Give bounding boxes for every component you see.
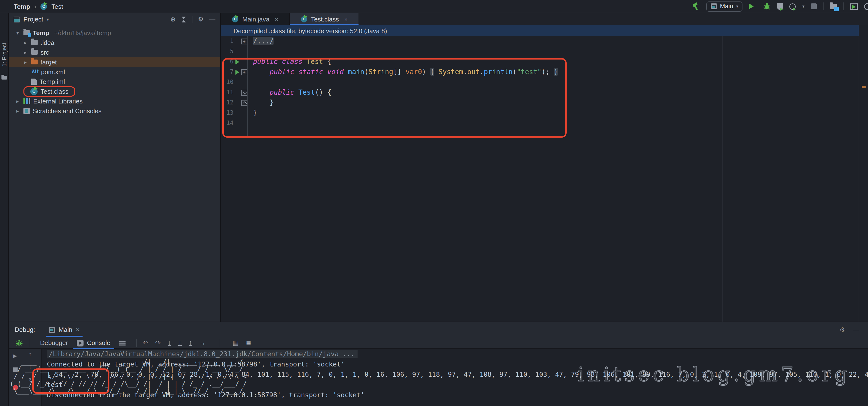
scratches-icon — [24, 108, 30, 114]
step-into-icon[interactable]: ↓ — [168, 340, 171, 346]
console-line-1[interactable]: /Library/Java/JavaVirtualMachines/jdk1.8… — [47, 349, 868, 359]
evaluate-expression-icon[interactable]: ▦ — [232, 339, 239, 346]
hide-panel-icon[interactable]: — — [853, 326, 859, 333]
title-bar: Temp › Test Main ▾ — [0, 0, 868, 13]
debug-view-tabs: Debugger Console ↶ ↷ ↓ ↓ ↑ → ▦ ≣ — [9, 337, 868, 349]
chevron-closed-icon[interactable] — [22, 59, 29, 65]
annotation-box-code — [222, 58, 567, 138]
code-text: /.../ — [247, 36, 274, 46]
class-icon — [232, 16, 238, 23]
run-with-coverage-button[interactable] — [777, 3, 783, 10]
step-out-icon[interactable]: ↑ — [189, 340, 192, 346]
project-panel-title[interactable]: Project — [24, 15, 43, 23]
code-text — [247, 46, 253, 57]
class-icon — [301, 16, 307, 23]
show-execution-point-icon[interactable]: ↶ — [143, 339, 148, 346]
tree-item-content: target — [31, 58, 57, 66]
banner-text: Decompiled .class file, bytecode version… — [234, 27, 387, 34]
step-over-icon[interactable]: ↷ — [155, 339, 160, 346]
tree-item-label: .idea — [40, 39, 54, 46]
toolbar-separator — [29, 339, 29, 347]
tree-item-scratches-and-consoles[interactable]: Scratches and Consoles — [9, 106, 220, 116]
project-structure-icon[interactable] — [830, 4, 837, 9]
tree-item-temp-iml[interactable]: Temp.iml — [9, 77, 220, 87]
tab-console[interactable]: Console — [73, 337, 114, 349]
tree-item--idea[interactable]: .idea — [9, 38, 220, 47]
tree-item-src[interactable]: src — [9, 47, 220, 57]
chevron-down-icon: ▾ — [736, 4, 738, 9]
tree-item-temp[interactable]: Temp~/d4m1ts/java/Temp — [9, 28, 220, 38]
code-line-1[interactable]: 1/.../ — [221, 36, 859, 46]
folder-icon — [31, 40, 38, 45]
left-tool-stripe: 1: Project — [0, 13, 9, 406]
close-icon[interactable]: × — [275, 16, 278, 23]
run-to-cursor-icon[interactable]: → — [199, 339, 206, 346]
debug-session-tab[interactable]: Main × — [46, 322, 83, 337]
gutter: 5 — [221, 46, 247, 57]
gear-icon[interactable]: ⚙ — [839, 326, 845, 333]
toolbar-separator — [136, 339, 137, 347]
tree-item-pom-xml[interactable]: pom.xml — [9, 67, 220, 77]
close-icon[interactable]: × — [76, 326, 80, 333]
run-button[interactable] — [749, 3, 757, 9]
fold-plus-icon[interactable] — [241, 38, 247, 44]
tree-item-target[interactable]: target — [9, 57, 220, 67]
up-arrow-icon[interactable]: ↑ — [29, 351, 32, 357]
editor-area: Main.java × Test.class × Decompiled .cla… — [221, 13, 868, 322]
project-tool-window: Project ▾ ⊕ ⚙ — Temp~/d4m1ts/java/Temp.i… — [9, 13, 221, 322]
chevron-closed-icon[interactable] — [14, 108, 22, 113]
gear-icon[interactable]: ⚙ — [198, 15, 204, 23]
code-line-5[interactable]: 5 — [221, 46, 859, 57]
toolbar-separator — [823, 2, 824, 10]
gutter: 1 — [221, 36, 247, 46]
close-icon[interactable]: × — [344, 16, 347, 23]
run-config-selector[interactable]: Main ▾ — [706, 1, 743, 11]
tree-item-external-libraries[interactable]: External Libraries — [9, 96, 220, 106]
locate-icon[interactable]: ⊕ — [170, 15, 176, 23]
toolbar-separator — [219, 339, 219, 347]
chevron-open-icon[interactable] — [14, 30, 22, 35]
debug-bug-button[interactable] — [763, 2, 771, 10]
chevron-closed-icon[interactable] — [22, 49, 29, 55]
tab-test-class[interactable]: Test.class × — [289, 13, 359, 25]
editor-tab-bar: Main.java × Test.class × — [221, 13, 868, 25]
run-window-icon[interactable] — [850, 3, 858, 9]
console-icon — [77, 339, 84, 346]
tree-item-test-class[interactable]: Test.class — [9, 87, 220, 96]
breadcrumb-separator-icon: › — [34, 2, 36, 10]
menu-icon[interactable] — [119, 340, 126, 345]
layout-settings-icon[interactable]: ≣ — [246, 339, 251, 346]
line-number: 5 — [221, 46, 234, 57]
tool-stripe-project-button[interactable]: 1: Project — [1, 43, 7, 66]
collapse-all-icon[interactable] — [181, 16, 187, 22]
force-step-into-icon[interactable]: ↓ — [178, 340, 182, 346]
stop-button[interactable] — [811, 3, 817, 9]
tab-debugger[interactable]: Debugger — [35, 339, 73, 346]
debug-tool-window: Debug: Main × ⚙ — Debugger — [9, 322, 868, 406]
tree-item-label: pom.xml — [41, 68, 65, 75]
search-everywhere-icon[interactable] — [864, 3, 868, 10]
toolbar-separator — [843, 2, 844, 10]
class-icon — [40, 3, 47, 10]
chevron-down-icon[interactable]: ▾ — [46, 17, 49, 22]
error-stripe-mark — [862, 86, 866, 88]
right-margin-guide — [722, 36, 723, 322]
tab-main-java[interactable]: Main.java × — [221, 13, 289, 25]
hide-panel-icon[interactable]: — — [209, 15, 215, 23]
profiler-chevron-icon[interactable]: ▾ — [802, 4, 805, 9]
breadcrumb: Temp › Test — [0, 2, 63, 10]
tree-item-content: pom.xml — [31, 68, 65, 75]
profiler-button[interactable] — [789, 3, 796, 9]
breadcrumb-project[interactable]: Temp — [14, 3, 30, 10]
chevron-closed-icon[interactable] — [14, 98, 22, 104]
tree-item-label: target — [40, 58, 57, 66]
ide-window: Temp › Test Main ▾ — [0, 0, 868, 406]
build-hammer-icon[interactable] — [692, 2, 700, 10]
chevron-closed-icon[interactable] — [22, 40, 29, 45]
project-panel-header: Project ▾ ⊕ ⚙ — — [9, 13, 220, 25]
tree-item-content: Temp.iml — [31, 78, 65, 85]
editor-error-stripe[interactable] — [859, 25, 868, 322]
breadcrumb-file[interactable]: Test — [52, 3, 63, 10]
file-icon — [31, 78, 37, 84]
maven-icon — [31, 68, 38, 75]
